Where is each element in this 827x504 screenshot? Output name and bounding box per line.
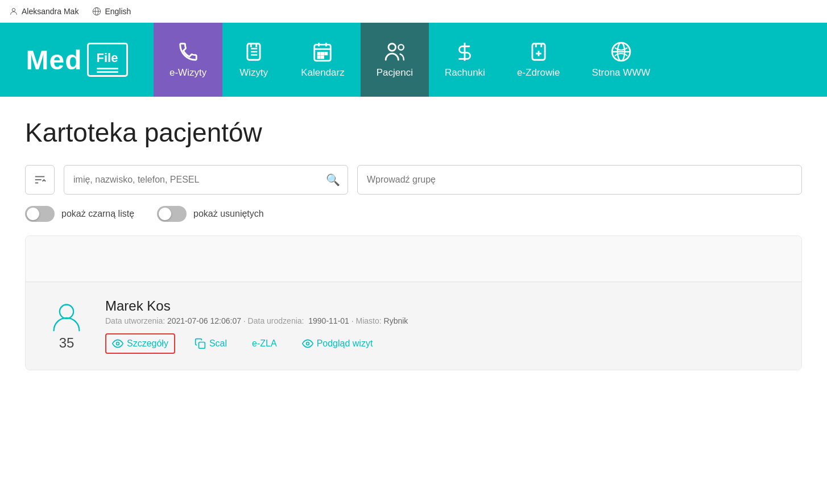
search-row: 🔍 (25, 165, 802, 195)
action-e-zla[interactable]: e-ZLA (246, 335, 283, 352)
eye-icon (112, 338, 123, 349)
action-szczegoly-label: Szczegóły (127, 338, 168, 349)
copy-icon (195, 338, 206, 349)
toggle-deleted-label: pokaż usuniętych (193, 209, 264, 219)
svg-point-34 (117, 342, 119, 345)
nav-label-e-zdrowie: e-Zdrowie (517, 67, 560, 79)
nav-item-e-zdrowie[interactable]: e-Zdrowie (501, 23, 576, 97)
nav-label-e-wizyty: e-Wizyty (169, 67, 206, 79)
nav-item-wizyty[interactable]: Wizyty (222, 23, 285, 97)
svg-rect-35 (199, 342, 205, 349)
patient-list-empty-area (26, 236, 801, 282)
user-name: Aleksandra Mak (22, 7, 78, 16)
action-e-zla-label: e-ZLA (252, 338, 277, 349)
action-scal-label: Scal (209, 338, 227, 349)
top-bar: Aleksandra Mak English (0, 0, 827, 23)
language-menu[interactable]: English (92, 7, 131, 16)
nav-item-pacjenci[interactable]: Pacjenci (361, 23, 429, 97)
sort-button[interactable] (25, 165, 55, 195)
svg-rect-16 (325, 53, 327, 55)
nav-label-wizyty: Wizyty (239, 67, 268, 79)
svg-point-20 (398, 44, 404, 50)
search-input[interactable] (64, 165, 348, 195)
table-row: 35 Marek Kos Data utworzenia: 2021-07-06… (26, 282, 801, 370)
svg-point-0 (12, 8, 15, 11)
patient-actions: Szczegóły ☝ Scal e-ZLA (105, 333, 783, 354)
clipboard-plus-icon (528, 41, 549, 63)
action-podglad-wizyt-label: Podgląd wizyt (317, 338, 373, 349)
logo-file: File (97, 51, 118, 65)
svg-rect-14 (319, 53, 320, 55)
nav-label-rachunki: Rachunki (445, 67, 485, 79)
action-scal[interactable]: Scal (189, 334, 233, 353)
patient-age: 35 (59, 335, 75, 351)
nav-label-strona-www: Strona WWW (592, 67, 650, 79)
group-input[interactable] (357, 165, 802, 195)
nav-label-kalendarz: Kalendarz (301, 67, 345, 79)
globe-icon (92, 7, 101, 16)
toggle-deleted-switch[interactable] (157, 206, 187, 222)
user-menu[interactable]: Aleksandra Mak (9, 7, 78, 16)
toggle-deleted[interactable]: pokaż usuniętych (157, 206, 264, 222)
svg-point-19 (388, 44, 396, 51)
patient-birthdate: 1990-11-01 (308, 316, 349, 325)
svg-rect-18 (322, 56, 324, 58)
patient-list: 35 Marek Kos Data utworzenia: 2021-07-06… (25, 236, 802, 370)
action-podglad-wizyt[interactable]: Podgląd wizyt (296, 334, 379, 353)
nav-item-e-wizyty[interactable]: e-Wizyty (154, 23, 222, 97)
svg-rect-15 (322, 53, 324, 55)
sort-icon (34, 173, 46, 186)
language-label: English (105, 7, 131, 16)
toggle-blacklist-switch[interactable] (25, 206, 55, 222)
patient-meta: Data utworzenia: 2021-07-06 12:06:07 · D… (105, 316, 783, 325)
logo-med: Med (26, 44, 82, 76)
patient-name: Marek Kos (105, 298, 783, 314)
avatar (51, 301, 82, 333)
search-wrap: 🔍 (64, 165, 348, 195)
nav-item-kalendarz[interactable]: Kalendarz (285, 23, 361, 97)
toggle-blacklist[interactable]: pokaż czarną listę (25, 206, 134, 222)
patient-city: Rybnik (384, 316, 408, 325)
patient-info: Marek Kos Data utworzenia: 2021-07-06 12… (105, 298, 783, 354)
toggle-blacklist-label: pokaż czarną listę (61, 209, 134, 219)
nav-item-rachunki[interactable]: Rachunki (429, 23, 501, 97)
nav-item-strona-www[interactable]: Strona WWW (576, 23, 666, 97)
svg-point-33 (60, 305, 73, 319)
svg-rect-17 (319, 56, 320, 58)
calendar-icon (312, 41, 333, 63)
search-icon: 🔍 (326, 173, 340, 187)
users-icon (384, 41, 406, 63)
phone-icon (177, 41, 199, 63)
user-icon (9, 7, 18, 16)
svg-point-36 (306, 342, 309, 345)
clipboard-list-icon (243, 41, 264, 63)
logo[interactable]: Med File (0, 23, 154, 97)
globe-nav-icon (610, 41, 632, 63)
main-nav: Med File e-Wizyty (0, 23, 827, 97)
main-content: Kartoteka pacjentów 🔍 pokaż czarną listę… (0, 97, 827, 384)
page-title: Kartoteka pacjentów (25, 117, 802, 148)
patient-created: 2021-07-06 12:06:07 (167, 316, 241, 325)
patient-avatar: 35 (44, 301, 89, 351)
dollar-icon (454, 41, 475, 63)
toggle-row: pokaż czarną listę pokaż usuniętych (25, 206, 802, 222)
eye-podglad-icon (302, 338, 313, 349)
action-szczegoly[interactable]: Szczegóły (105, 333, 175, 354)
nav-label-pacjenci: Pacjenci (377, 67, 413, 79)
